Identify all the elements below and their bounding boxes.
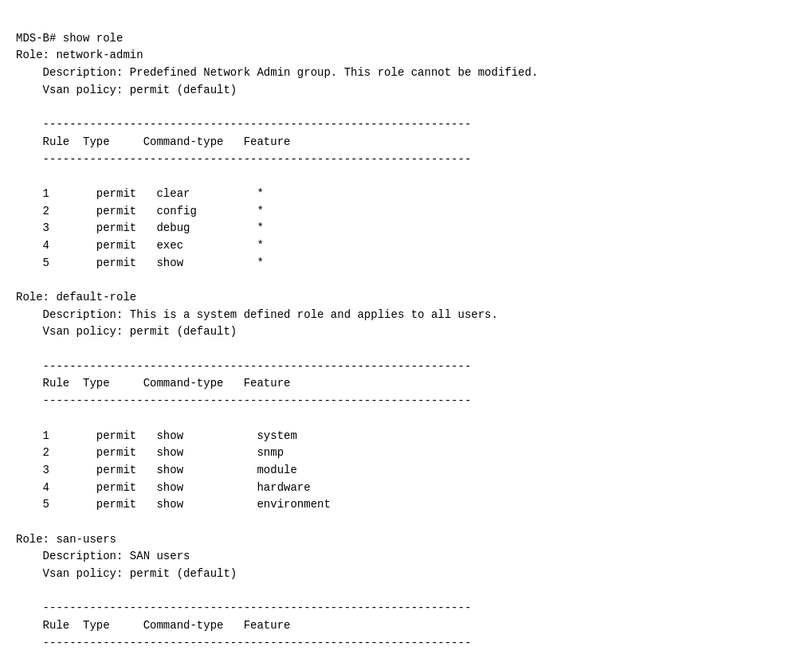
terminal-line: 3 permit show module xyxy=(16,462,796,480)
terminal-line xyxy=(16,652,796,662)
terminal-line: Description: Predefined Network Admin gr… xyxy=(16,65,796,82)
terminal-line xyxy=(16,341,796,358)
terminal-line: ----------------------------------------… xyxy=(16,635,796,652)
terminal-line: 4 permit exec * xyxy=(16,237,796,255)
terminal-line: MDS-B# show role xyxy=(16,30,796,48)
terminal-line: 5 permit show * xyxy=(16,255,796,272)
terminal-line: Vsan policy: permit (default) xyxy=(16,323,796,341)
terminal-line xyxy=(16,514,796,531)
terminal-line: ----------------------------------------… xyxy=(16,151,796,169)
terminal-line: Role: default-role xyxy=(16,289,796,307)
terminal-line: Rule Type Command-type Feature xyxy=(16,134,796,151)
terminal-line: Description: This is a system defined ro… xyxy=(16,307,796,324)
terminal-line xyxy=(16,272,796,289)
terminal-line xyxy=(16,168,796,186)
terminal-line: Rule Type Command-type Feature xyxy=(16,617,796,635)
terminal-line: ----------------------------------------… xyxy=(16,116,796,134)
terminal-line: Description: SAN users xyxy=(16,548,796,566)
terminal-line: 2 permit config * xyxy=(16,203,796,221)
terminal-output: MDS-B# show roleRole: network-admin Desc… xyxy=(16,13,796,662)
terminal-line: ----------------------------------------… xyxy=(16,358,796,376)
terminal-line: 5 permit show environment xyxy=(16,496,796,514)
terminal-line: Role: san-users xyxy=(16,531,796,549)
terminal-line: 1 permit show system xyxy=(16,428,796,445)
terminal-line: ----------------------------------------… xyxy=(16,600,796,617)
terminal-line: 4 permit show hardware xyxy=(16,480,796,497)
terminal-line xyxy=(16,583,796,601)
terminal-line xyxy=(16,410,796,428)
terminal-line: 3 permit debug * xyxy=(16,220,796,237)
terminal-line: Vsan policy: permit (default) xyxy=(16,82,796,100)
terminal-line: Vsan policy: permit (default) xyxy=(16,566,796,583)
terminal-line xyxy=(16,99,796,116)
terminal-line: 1 permit clear * xyxy=(16,186,796,203)
terminal-line: Rule Type Command-type Feature xyxy=(16,375,796,393)
terminal-line: 2 permit show snmp xyxy=(16,445,796,462)
terminal-line: ----------------------------------------… xyxy=(16,393,796,410)
terminal-line: Role: network-admin xyxy=(16,47,796,65)
